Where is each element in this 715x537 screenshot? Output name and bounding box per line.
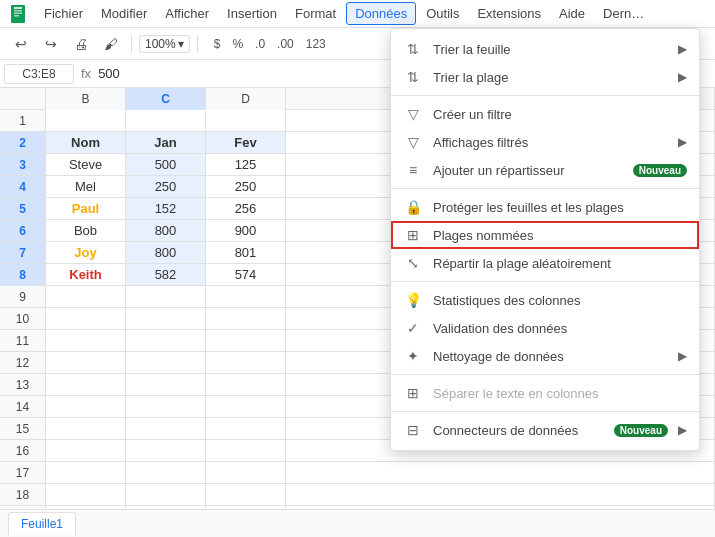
menu-dern[interactable]: Dern… — [595, 3, 652, 24]
menu-modifier[interactable]: Modifier — [93, 3, 155, 24]
dropdown-item-stats-colonnes[interactable]: 💡Statistiques des colonnes — [391, 286, 699, 314]
dropdown-item-affichages-filtres[interactable]: ▽Affichages filtrés▶ — [391, 128, 699, 156]
cell-c13[interactable] — [126, 374, 206, 395]
cell-d8[interactable]: 574 — [206, 264, 286, 285]
cell-b18[interactable] — [46, 484, 126, 505]
name-box[interactable] — [4, 64, 74, 84]
print-button[interactable]: 🖨 — [68, 31, 94, 57]
cell-d4[interactable]: 250 — [206, 176, 286, 197]
menu-donnees[interactable]: Données — [346, 2, 416, 25]
percent-button[interactable]: % — [227, 35, 248, 53]
row-number[interactable]: 12 — [0, 352, 46, 373]
cell-d17[interactable] — [206, 462, 286, 483]
cell-b9[interactable] — [46, 286, 126, 307]
dropdown-item-creer-filtre[interactable]: ▽Créer un filtre — [391, 100, 699, 128]
row-number[interactable]: 17 — [0, 462, 46, 483]
dec1-button[interactable]: .0 — [250, 35, 270, 53]
cell-c11[interactable] — [126, 330, 206, 351]
dropdown-item-trier-plage[interactable]: ⇅Trier la plage▶ — [391, 63, 699, 91]
cell-b7[interactable]: Joy — [46, 242, 126, 263]
cell-d10[interactable] — [206, 308, 286, 329]
cell-d12[interactable] — [206, 352, 286, 373]
cell-c9[interactable] — [126, 286, 206, 307]
cell-c1[interactable] — [126, 110, 206, 131]
row-number[interactable]: 13 — [0, 374, 46, 395]
menu-aide[interactable]: Aide — [551, 3, 593, 24]
cell-c4[interactable]: 250 — [126, 176, 206, 197]
cell-d13[interactable] — [206, 374, 286, 395]
row-number[interactable]: 10 — [0, 308, 46, 329]
cell-b13[interactable] — [46, 374, 126, 395]
col-header-b[interactable]: B — [46, 88, 126, 110]
cell-d2[interactable]: Fev — [206, 132, 286, 153]
dec3-button[interactable]: 123 — [301, 35, 331, 53]
row-number[interactable]: 15 — [0, 418, 46, 439]
cell-b12[interactable] — [46, 352, 126, 373]
dropdown-item-trier-feuille[interactable]: ⇅Trier la feuille▶ — [391, 35, 699, 63]
cell-d15[interactable] — [206, 418, 286, 439]
cell-b1[interactable] — [46, 110, 126, 131]
row-number[interactable]: 1 — [0, 110, 46, 131]
cell-c18[interactable] — [126, 484, 206, 505]
cell-d6[interactable]: 900 — [206, 220, 286, 241]
redo-button[interactable]: ↪ — [38, 31, 64, 57]
cell-c15[interactable] — [126, 418, 206, 439]
cell-c8[interactable]: 582 — [126, 264, 206, 285]
dropdown-item-ajouter-repartisseur[interactable]: ≡Ajouter un répartisseurNouveau — [391, 156, 699, 184]
cell-d1[interactable] — [206, 110, 286, 131]
col-header-c[interactable]: C — [126, 88, 206, 110]
dropdown-item-proteger[interactable]: 🔒Protéger les feuilles et les plages — [391, 193, 699, 221]
cell-c7[interactable]: 800 — [126, 242, 206, 263]
menu-fichier[interactable]: Fichier — [36, 3, 91, 24]
cell-d16[interactable] — [206, 440, 286, 461]
dropdown-item-validation-donnees[interactable]: ✓Validation des données — [391, 314, 699, 342]
sheet-tab-feuille1[interactable]: Feuille1 — [8, 512, 76, 535]
row-number[interactable]: 3 — [0, 154, 46, 175]
cell-b15[interactable] — [46, 418, 126, 439]
row-number[interactable]: 16 — [0, 440, 46, 461]
cell-d5[interactable]: 256 — [206, 198, 286, 219]
row-number[interactable]: 5 — [0, 198, 46, 219]
row-number[interactable]: 7 — [0, 242, 46, 263]
menu-afficher[interactable]: Afficher — [157, 3, 217, 24]
cell-c14[interactable] — [126, 396, 206, 417]
dropdown-item-connecteurs[interactable]: ⊟Connecteurs de donnéesNouveau▶ — [391, 416, 699, 444]
cell-b17[interactable] — [46, 462, 126, 483]
row-number[interactable]: 4 — [0, 176, 46, 197]
menu-format[interactable]: Format — [287, 3, 344, 24]
cell-b10[interactable] — [46, 308, 126, 329]
dropdown-item-nettoyage[interactable]: ✦Nettoyage de données▶ — [391, 342, 699, 370]
cell-b4[interactable]: Mel — [46, 176, 126, 197]
cell-b11[interactable] — [46, 330, 126, 351]
row-number[interactable]: 8 — [0, 264, 46, 285]
dec2-button[interactable]: .00 — [272, 35, 299, 53]
paint-button[interactable]: 🖌 — [98, 31, 124, 57]
cell-d11[interactable] — [206, 330, 286, 351]
currency-button[interactable]: $ — [209, 35, 226, 53]
cell-c10[interactable] — [126, 308, 206, 329]
cell-d3[interactable]: 125 — [206, 154, 286, 175]
cell-b6[interactable]: Bob — [46, 220, 126, 241]
cell-d7[interactable]: 801 — [206, 242, 286, 263]
cell-d14[interactable] — [206, 396, 286, 417]
row-number[interactable]: 2 — [0, 132, 46, 153]
row-number[interactable]: 14 — [0, 396, 46, 417]
cell-b14[interactable] — [46, 396, 126, 417]
col-header-d[interactable]: D — [206, 88, 286, 110]
menu-insertion[interactable]: Insertion — [219, 3, 285, 24]
cell-d18[interactable] — [206, 484, 286, 505]
zoom-selector[interactable]: 100% ▾ — [139, 35, 190, 53]
cell-c12[interactable] — [126, 352, 206, 373]
cell-c16[interactable] — [126, 440, 206, 461]
cell-c2[interactable]: Jan — [126, 132, 206, 153]
cell-c6[interactable]: 800 — [126, 220, 206, 241]
undo-button[interactable]: ↩ — [8, 31, 34, 57]
cell-b2[interactable]: Nom — [46, 132, 126, 153]
cell-c5[interactable]: 152 — [126, 198, 206, 219]
cell-b3[interactable]: Steve — [46, 154, 126, 175]
dropdown-item-plages-nommees[interactable]: ⊞Plages nommées — [391, 221, 699, 249]
cell-b8[interactable]: Keith — [46, 264, 126, 285]
cell-c17[interactable] — [126, 462, 206, 483]
cell-b5[interactable]: Paul — [46, 198, 126, 219]
cell-d9[interactable] — [206, 286, 286, 307]
